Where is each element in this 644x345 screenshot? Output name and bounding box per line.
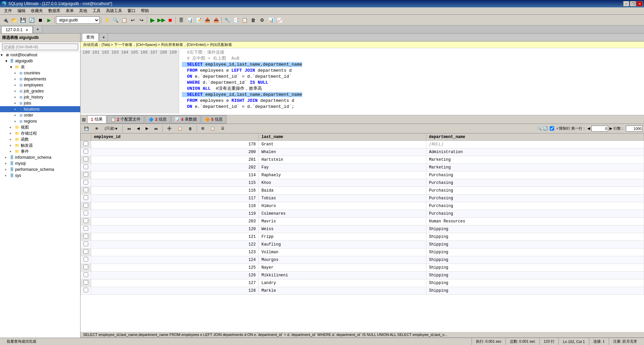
row-checkbox[interactable]	[84, 242, 88, 246]
toolbar-more7[interactable]: 📈	[275, 16, 283, 24]
first-row-input[interactable]	[591, 126, 608, 132]
tree-expand-18[interactable]: +	[5, 162, 9, 165]
tree-expand-2[interactable]: ▼	[9, 65, 13, 69]
toolbar-execute[interactable]: ▶	[149, 16, 157, 24]
row-checkbox[interactable]	[84, 149, 88, 154]
row-checkbox[interactable]	[84, 226, 88, 231]
tree-expand-0[interactable]: ▼	[0, 53, 4, 57]
table-row[interactable]: 120WeissShipping	[81, 225, 644, 233]
toolbar-more1[interactable]: 🔧	[223, 16, 231, 24]
menu-advanced-tools[interactable]: 高级工具	[103, 7, 125, 14]
menu-file[interactable]: 文件	[1, 7, 15, 14]
row-checkbox[interactable]	[84, 164, 88, 169]
row-checkbox[interactable]	[84, 157, 88, 161]
table-row[interactable]: 125NayerShipping	[81, 264, 644, 272]
sql-editor[interactable]: 100 101 102 103 104 105 106 107 108 109 …	[80, 48, 644, 115]
tree-expand-6[interactable]: +	[14, 89, 18, 93]
result-first-btn[interactable]: ⏮	[125, 125, 133, 132]
row-checkbox[interactable]	[84, 195, 88, 200]
result-form-btn[interactable]: 📋	[208, 125, 217, 132]
prev-row-icon[interactable]: ◀	[587, 126, 590, 131]
tree-item-视图[interactable]: +📁视图	[0, 124, 80, 130]
toolbar-stop[interactable]: ⏹	[36, 16, 44, 24]
tree-item-表[interactable]: ▼📁表	[0, 64, 80, 70]
table-row[interactable]: 127LandryShipping	[81, 279, 644, 287]
tree-item-触发器[interactable]: +📁触发器	[0, 142, 80, 148]
tree-item-job_history[interactable]: +⊞job_history	[0, 94, 80, 100]
result-tab-5[interactable]: 🔶 5 信息	[201, 115, 227, 124]
tree-expand-19[interactable]: +	[5, 168, 9, 171]
toolbar-more4[interactable]: 🗑	[249, 16, 257, 24]
tree-item-performance_schema[interactable]: +🗄performance_schema	[0, 166, 80, 172]
table-row[interactable]: 116BaidaPurchasing	[81, 187, 644, 195]
tree-item-事件[interactable]: +📁事件	[0, 148, 80, 154]
tree-expand-3[interactable]: +	[14, 71, 18, 75]
table-row[interactable]: 202FayMarketing	[81, 164, 644, 171]
row-checkbox[interactable]	[84, 288, 88, 292]
menu-edit[interactable]: 编辑	[15, 7, 28, 14]
table-row[interactable]: 178Grant(NULL)	[81, 141, 644, 148]
toolbar-something[interactable]: 📝	[195, 16, 203, 24]
toolbar-btn5[interactable]: ↪	[138, 16, 146, 24]
tree-item-locations[interactable]: +⊞locations	[0, 106, 80, 112]
tree-expand-12[interactable]: +	[9, 126, 13, 129]
table-row[interactable]: 203MavrisHuman Resources	[81, 218, 644, 225]
tree-expand-9[interactable]: +	[14, 108, 18, 111]
row-checkbox[interactable]	[84, 188, 88, 192]
result-tab-1[interactable]: 1 结果	[87, 115, 106, 124]
row-checkbox[interactable]	[84, 218, 88, 223]
toolbar-new-conn[interactable]: 🔌	[1, 16, 9, 24]
tree-expand-11[interactable]: +	[14, 120, 18, 123]
close-button[interactable]: ✕	[637, 1, 643, 6]
toolbar-run[interactable]: ▶	[45, 16, 53, 24]
toolbar-schema[interactable]: 🗄	[177, 16, 185, 24]
result-view-btn[interactable]: 👁	[93, 125, 101, 132]
row-checkbox[interactable]	[84, 172, 88, 177]
row-checkbox[interactable]	[84, 280, 88, 285]
toolbar-more2[interactable]: 📑	[232, 16, 240, 24]
result-tab-4[interactable]: 📊 4 表数据	[171, 115, 201, 124]
result-tab-2[interactable]: 📋 2 个配置文件	[107, 115, 145, 124]
minimize-button[interactable]: ─	[623, 1, 629, 6]
result-tab-3[interactable]: 🔷 3 信息	[145, 115, 170, 124]
toolbar-execute-all[interactable]: ▶▶	[157, 16, 165, 24]
toolbar-refresh[interactable]: 🔄	[28, 16, 36, 24]
result-export-btn[interactable]: 💾	[82, 125, 91, 132]
tree-item-regions[interactable]: +⊞regions	[0, 118, 80, 124]
db-select[interactable]: atgui.gudb	[56, 16, 100, 24]
table-row[interactable]: 122KauflingShipping	[81, 241, 644, 249]
menu-table[interactable]: 表单	[63, 7, 76, 14]
tree-expand-7[interactable]: +	[14, 95, 18, 99]
result-list-btn[interactable]: ☰	[219, 125, 227, 132]
toolbar-stop2[interactable]: ⏹	[166, 16, 174, 24]
tree-expand-1[interactable]: ▼	[5, 59, 9, 63]
tree-item-information_schema[interactable]: +🗄information_schema	[0, 154, 80, 160]
result-add-btn[interactable]: ➕	[165, 125, 174, 132]
toolbar-more3[interactable]: 📋	[240, 16, 249, 24]
menu-window[interactable]: 窗口	[125, 7, 138, 14]
tree-expand-5[interactable]: +	[14, 83, 18, 87]
row-checkbox[interactable]	[84, 203, 88, 208]
tree-expand-13[interactable]: +	[9, 132, 13, 135]
toolbar-save[interactable]: 💾	[19, 16, 27, 24]
limit-checkbox[interactable]	[550, 126, 554, 131]
result-table-container[interactable]: employee_id last_name department_name 17…	[80, 133, 644, 332]
table-row[interactable]: 200WhalenAdministration	[81, 148, 644, 156]
toolbar-more5[interactable]: ⚙	[258, 16, 266, 24]
row-checkbox[interactable]	[84, 272, 88, 277]
tree-expand-4[interactable]: +	[14, 77, 18, 81]
tree-expand-8[interactable]: +	[14, 101, 18, 105]
menu-database[interactable]: 数据库	[46, 7, 63, 14]
row-checkbox[interactable]	[84, 234, 88, 238]
col-department-name[interactable]: department_name	[426, 134, 644, 141]
result-delete-btn[interactable]: 🗑	[186, 125, 195, 132]
conn-tab-add[interactable]: +	[33, 25, 42, 33]
tree-item-atguigudb[interactable]: ▼🗄atguigudb	[0, 58, 80, 64]
toolbar-btn1[interactable]: ⚡	[103, 16, 111, 24]
restore-button[interactable]: ❐	[630, 1, 636, 6]
result-next-btn[interactable]: ▶	[143, 125, 151, 132]
col-last-name[interactable]: last_name	[259, 134, 426, 141]
table-row[interactable]: 128MarkleShipping	[81, 287, 644, 295]
table-row[interactable]: 201HartsteinMarketing	[81, 156, 644, 164]
tree-expand-14[interactable]: +	[9, 138, 13, 141]
